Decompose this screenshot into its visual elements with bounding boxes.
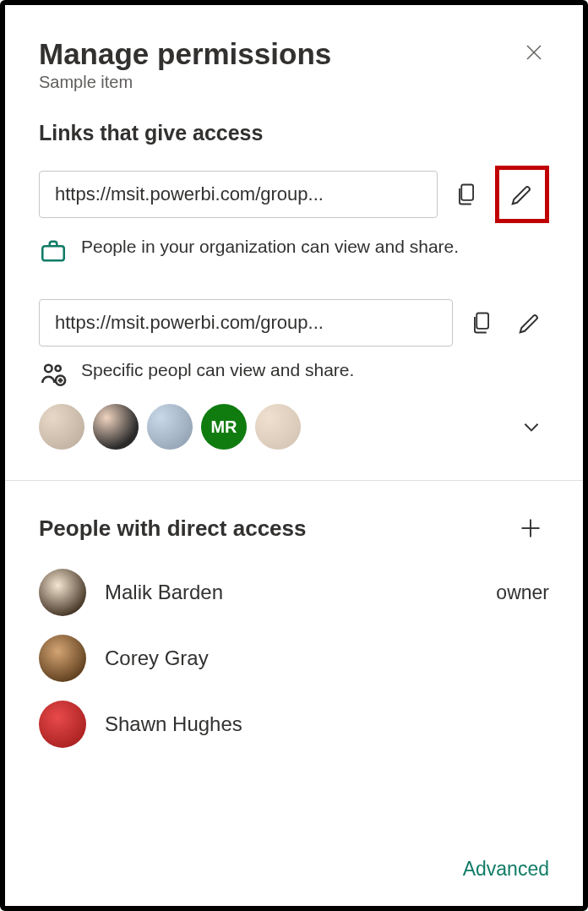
direct-access-header: People with direct access (39, 513, 549, 543)
svg-point-5 (45, 365, 52, 373)
person-role: owner (496, 581, 549, 604)
copy-icon (470, 310, 493, 335)
edit-link-button[interactable] (504, 177, 540, 212)
avatar (39, 701, 86, 748)
avatar[interactable] (39, 404, 84, 450)
person-row[interactable]: Corey Gray (39, 635, 549, 682)
manage-permissions-panel: Manage permissions Sample item Links tha… (5, 5, 583, 906)
pencil-icon (517, 310, 542, 335)
person-name: Shawn Hughes (105, 712, 531, 736)
panel-footer: Advanced (39, 858, 549, 889)
link-url-display[interactable]: https://msit.powerbi.com/group... (39, 299, 453, 346)
direct-access-list: Malik Barden owner Corey Gray Shawn Hugh… (39, 569, 549, 766)
advanced-link[interactable]: Advanced (463, 858, 549, 881)
close-icon (524, 42, 544, 63)
panel-header: Manage permissions Sample item (39, 37, 549, 92)
link-description: People in your organization can view and… (81, 235, 549, 259)
avatar[interactable] (93, 404, 139, 450)
panel-title: Manage permissions (39, 37, 331, 71)
link-block-specific: https://msit.powerbi.com/group... Specif… (39, 299, 549, 450)
person-row[interactable]: Shawn Hughes (39, 701, 549, 748)
people-plus-icon (39, 360, 68, 389)
person-name: Corey Gray (105, 646, 531, 670)
panel-subtitle: Sample item (39, 73, 331, 92)
avatar-initials[interactable]: MR (201, 404, 247, 450)
avatar[interactable] (147, 404, 193, 450)
svg-rect-2 (461, 184, 473, 199)
edit-link-highlight (495, 166, 549, 223)
avatar (39, 569, 86, 616)
chevron-down-icon (520, 416, 542, 438)
avatar (39, 635, 86, 682)
person-name: Malik Barden (105, 581, 477, 604)
link-description: Specific peopl can view and share. (81, 358, 549, 382)
edit-link-button[interactable] (510, 302, 549, 344)
svg-rect-4 (476, 313, 488, 328)
close-button[interactable] (519, 37, 549, 68)
svg-rect-3 (42, 246, 64, 260)
section-divider (5, 480, 583, 481)
person-row[interactable]: Malik Barden owner (39, 569, 549, 616)
shared-avatar-row: MR (39, 404, 549, 450)
pencil-icon (509, 182, 535, 207)
plus-icon (519, 516, 542, 540)
copy-icon (455, 182, 478, 207)
link-url-display[interactable]: https://msit.powerbi.com/group... (39, 171, 438, 218)
briefcase-icon (39, 237, 68, 265)
add-person-button[interactable] (512, 513, 549, 543)
expand-avatars-button[interactable] (514, 409, 549, 445)
copy-link-button[interactable] (465, 305, 498, 341)
avatar-list: MR (39, 404, 504, 450)
avatar[interactable] (255, 404, 301, 450)
svg-point-6 (56, 366, 61, 371)
copy-link-button[interactable] (449, 177, 483, 212)
direct-access-label: People with direct access (39, 516, 306, 542)
links-section-label: Links that give access (39, 121, 549, 145)
link-block-org: https://msit.powerbi.com/group... People… (39, 166, 549, 265)
